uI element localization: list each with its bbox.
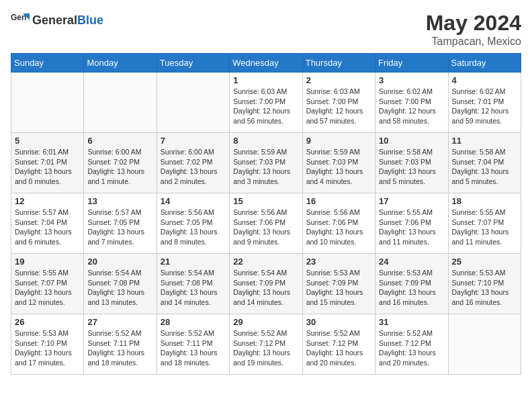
calendar-cell: 28Sunrise: 5:52 AM Sunset: 7:11 PM Dayli… [157,314,229,375]
day-info: Sunrise: 5:56 AM Sunset: 7:06 PM Dayligh… [233,208,298,247]
calendar-cell: 22Sunrise: 5:54 AM Sunset: 7:09 PM Dayli… [230,254,302,314]
day-number: 17 [379,196,444,206]
day-info: Sunrise: 5:56 AM Sunset: 7:05 PM Dayligh… [161,208,226,247]
day-number: 5 [15,136,80,146]
calendar-cell: 3Sunrise: 6:02 AM Sunset: 7:00 PM Daylig… [375,73,448,133]
day-number: 31 [379,317,444,327]
logo: Gen GeneralBlue [11,11,103,30]
day-number: 30 [306,317,371,327]
day-number: 4 [452,75,517,85]
day-info: Sunrise: 5:54 AM Sunset: 7:09 PM Dayligh… [233,268,298,308]
day-info: Sunrise: 6:03 AM Sunset: 7:00 PM Dayligh… [306,87,371,126]
day-info: Sunrise: 5:55 AM Sunset: 7:07 PM Dayligh… [452,208,517,247]
calendar-cell: 31Sunrise: 5:52 AM Sunset: 7:12 PM Dayli… [375,314,448,375]
day-number: 21 [161,257,226,267]
day-info: Sunrise: 5:59 AM Sunset: 7:03 PM Dayligh… [306,147,371,187]
day-number: 10 [379,136,444,146]
day-info: Sunrise: 5:53 AM Sunset: 7:09 PM Dayligh… [306,268,371,308]
day-number: 1 [233,75,298,85]
calendar-cell: 23Sunrise: 5:53 AM Sunset: 7:09 PM Dayli… [302,254,375,314]
day-info: Sunrise: 5:58 AM Sunset: 7:03 PM Dayligh… [379,147,444,187]
calendar-cell: 29Sunrise: 5:52 AM Sunset: 7:12 PM Dayli… [230,314,302,375]
day-info: Sunrise: 6:03 AM Sunset: 7:00 PM Dayligh… [233,87,298,126]
day-number: 11 [452,136,517,146]
day-number: 16 [306,196,371,206]
month-year-title: May 2024 [426,11,521,36]
calendar-week-row: 19Sunrise: 5:55 AM Sunset: 7:07 PM Dayli… [11,254,521,314]
calendar-cell [448,314,521,375]
day-info: Sunrise: 5:59 AM Sunset: 7:03 PM Dayligh… [233,147,298,187]
calendar-cell: 8Sunrise: 5:59 AM Sunset: 7:03 PM Daylig… [230,133,302,193]
calendar-cell: 21Sunrise: 5:54 AM Sunset: 7:08 PM Dayli… [157,254,229,314]
calendar-cell: 14Sunrise: 5:56 AM Sunset: 7:05 PM Dayli… [157,193,229,254]
day-info: Sunrise: 5:52 AM Sunset: 7:11 PM Dayligh… [87,328,152,368]
day-number: 8 [233,136,298,146]
day-info: Sunrise: 6:01 AM Sunset: 7:01 PM Dayligh… [15,147,80,187]
calendar-cell: 7Sunrise: 6:00 AM Sunset: 7:02 PM Daylig… [157,133,229,193]
weekday-header-thursday: Thursday [302,54,375,73]
day-number: 26 [15,317,80,327]
day-number: 20 [87,257,152,267]
calendar-cell [157,73,229,133]
day-info: Sunrise: 5:54 AM Sunset: 7:08 PM Dayligh… [87,268,152,308]
logo-blue-text: Blue [77,13,103,27]
calendar-cell [84,73,157,133]
title-block: May 2024 Tampacan, Mexico [426,11,521,48]
calendar-cell: 9Sunrise: 5:59 AM Sunset: 7:03 PM Daylig… [302,133,375,193]
calendar-cell: 12Sunrise: 5:57 AM Sunset: 7:04 PM Dayli… [11,193,84,254]
day-info: Sunrise: 5:52 AM Sunset: 7:12 PM Dayligh… [306,328,371,368]
day-number: 7 [161,136,226,146]
day-number: 6 [87,136,152,146]
weekday-header-saturday: Saturday [448,54,521,73]
day-number: 2 [306,75,371,85]
calendar-cell: 4Sunrise: 6:02 AM Sunset: 7:01 PM Daylig… [448,73,521,133]
calendar-cell: 30Sunrise: 5:52 AM Sunset: 7:12 PM Dayli… [302,314,375,375]
day-number: 18 [452,196,517,206]
calendar-cell: 17Sunrise: 5:55 AM Sunset: 7:06 PM Dayli… [375,193,448,254]
day-info: Sunrise: 5:58 AM Sunset: 7:04 PM Dayligh… [452,147,517,187]
weekday-header-monday: Monday [84,54,157,73]
day-info: Sunrise: 5:53 AM Sunset: 7:10 PM Dayligh… [452,268,517,308]
calendar-cell [11,73,84,133]
day-number: 9 [306,136,371,146]
day-number: 22 [233,257,298,267]
day-info: Sunrise: 6:02 AM Sunset: 7:00 PM Dayligh… [379,87,444,126]
day-number: 15 [233,196,298,206]
day-number: 14 [161,196,226,206]
day-info: Sunrise: 5:53 AM Sunset: 7:09 PM Dayligh… [379,268,444,308]
day-number: 13 [87,196,152,206]
calendar-cell: 6Sunrise: 6:00 AM Sunset: 7:02 PM Daylig… [84,133,157,193]
day-info: Sunrise: 5:52 AM Sunset: 7:12 PM Dayligh… [379,328,444,368]
day-number: 19 [15,257,80,267]
logo-icon: Gen [11,11,30,30]
calendar-cell: 5Sunrise: 6:01 AM Sunset: 7:01 PM Daylig… [11,133,84,193]
day-number: 12 [15,196,80,206]
day-info: Sunrise: 5:56 AM Sunset: 7:06 PM Dayligh… [306,208,371,247]
calendar-week-row: 5Sunrise: 6:01 AM Sunset: 7:01 PM Daylig… [11,133,521,193]
day-number: 28 [161,317,226,327]
calendar-cell: 19Sunrise: 5:55 AM Sunset: 7:07 PM Dayli… [11,254,84,314]
calendar-cell: 18Sunrise: 5:55 AM Sunset: 7:07 PM Dayli… [448,193,521,254]
day-info: Sunrise: 5:55 AM Sunset: 7:06 PM Dayligh… [379,208,444,247]
calendar-cell: 1Sunrise: 6:03 AM Sunset: 7:00 PM Daylig… [230,73,302,133]
day-info: Sunrise: 6:02 AM Sunset: 7:01 PM Dayligh… [452,87,517,126]
day-info: Sunrise: 5:54 AM Sunset: 7:08 PM Dayligh… [161,268,226,308]
day-info: Sunrise: 5:53 AM Sunset: 7:10 PM Dayligh… [15,328,80,368]
calendar-cell: 26Sunrise: 5:53 AM Sunset: 7:10 PM Dayli… [11,314,84,375]
calendar-cell: 20Sunrise: 5:54 AM Sunset: 7:08 PM Dayli… [84,254,157,314]
calendar-cell: 25Sunrise: 5:53 AM Sunset: 7:10 PM Dayli… [448,254,521,314]
calendar-table: SundayMondayTuesdayWednesdayThursdayFrid… [11,53,521,375]
calendar-week-row: 1Sunrise: 6:03 AM Sunset: 7:00 PM Daylig… [11,73,521,133]
day-number: 24 [379,257,444,267]
weekday-header-wednesday: Wednesday [230,54,302,73]
day-info: Sunrise: 5:57 AM Sunset: 7:04 PM Dayligh… [15,208,80,247]
day-number: 25 [452,257,517,267]
day-info: Sunrise: 5:55 AM Sunset: 7:07 PM Dayligh… [15,268,80,308]
day-info: Sunrise: 5:52 AM Sunset: 7:12 PM Dayligh… [233,328,298,368]
calendar-week-row: 26Sunrise: 5:53 AM Sunset: 7:10 PM Dayli… [11,314,521,375]
calendar-cell: 27Sunrise: 5:52 AM Sunset: 7:11 PM Dayli… [84,314,157,375]
calendar-cell: 13Sunrise: 5:57 AM Sunset: 7:05 PM Dayli… [84,193,157,254]
calendar-cell: 11Sunrise: 5:58 AM Sunset: 7:04 PM Dayli… [448,133,521,193]
calendar-cell: 15Sunrise: 5:56 AM Sunset: 7:06 PM Dayli… [230,193,302,254]
calendar-cell: 24Sunrise: 5:53 AM Sunset: 7:09 PM Dayli… [375,254,448,314]
